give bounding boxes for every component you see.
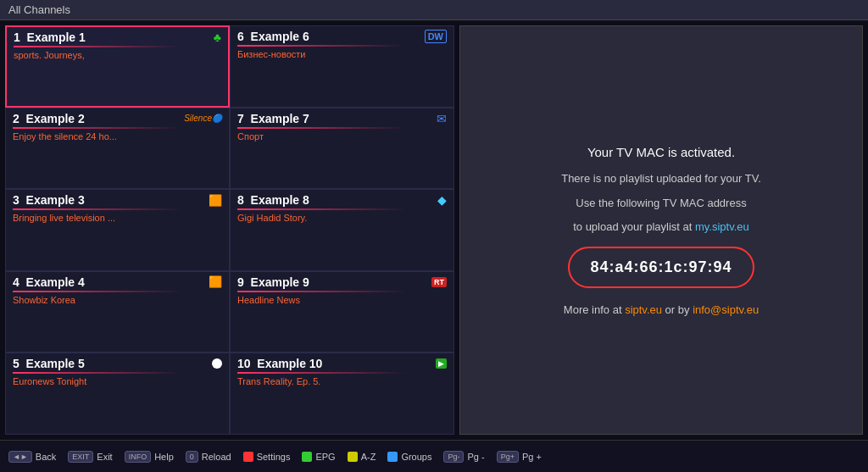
instruction-line1: Use the following TV MAC address: [561, 193, 761, 213]
channel-item-3[interactable]: 3 Example 3 🟧 Bringing live television .…: [5, 189, 230, 271]
reload-button[interactable]: 0 Reload: [186, 451, 231, 463]
channel-header: 1 Example 1 ♣: [14, 31, 221, 44]
circle-icon: [212, 358, 222, 369]
info-panel: Your TV MAC is activated. There is no pl…: [459, 25, 863, 435]
pg-plus-key-icon: Pg+: [497, 451, 519, 463]
siptv-link[interactable]: siptv.eu: [625, 303, 662, 316]
title-bar: All Channels: [0, 0, 868, 20]
mac-activated-text: Your TV MAC is activated.: [561, 141, 761, 164]
instruction-line2: to upload your playlist at my.siptv.eu: [561, 217, 761, 236]
channel-desc: Showbiz Korea: [13, 295, 222, 305]
settings-button[interactable]: Settings: [243, 452, 291, 462]
channel-divider: [237, 45, 405, 47]
channel-name: 8 Example 8: [237, 193, 309, 207]
channel-item-10[interactable]: 10 Example 10 ▶ Trans Reality. Ep. 5.: [230, 353, 454, 435]
exit-key-icon: EXIT: [68, 451, 93, 463]
channel-item-1[interactable]: 1 Example 1 ♣ sports. Journeys,: [5, 25, 230, 108]
az-dot-icon: [348, 452, 358, 462]
back-button[interactable]: ◄► Back: [8, 451, 56, 463]
groups-button[interactable]: Groups: [387, 452, 431, 462]
bottom-bar: ◄► Back EXIT Exit INFO Help 0 Reload Set…: [0, 440, 868, 472]
channel-name: 9 Example 9: [237, 275, 309, 289]
channel-divider: [13, 208, 181, 210]
channel-desc: Спорт: [237, 131, 447, 142]
channel-name: 6 Example 6: [237, 30, 309, 43]
channel-header: 7 Example 7 ✉: [237, 112, 447, 125]
my-siptv-link[interactable]: my.siptv.eu: [695, 220, 749, 233]
channel-header: 6 Example 6 DW: [237, 30, 447, 43]
channels-grid: 1 Example 1 ♣ sports. Journeys, 6 Exampl…: [5, 25, 454, 435]
channel-item-6[interactable]: 6 Example 6 DW Бизнес-новости: [230, 25, 454, 108]
channel-divider: [13, 372, 181, 374]
channel-divider: [237, 127, 405, 129]
orange-sq-icon: 🟧: [209, 194, 222, 207]
more-info-text: More info at siptv.eu or by info@siptv.e…: [561, 300, 761, 319]
channel-header: 3 Example 3 🟧: [13, 193, 222, 207]
channel-name: 3 Example 3: [13, 193, 85, 207]
channel-header: 4 Example 4 🟧: [13, 275, 222, 289]
pg-minus-key-icon: Pg-: [443, 451, 464, 463]
channel-desc: Бизнес-новости: [237, 49, 447, 59]
pg-plus-button[interactable]: Pg+ Pg +: [497, 451, 542, 463]
channel-item-9[interactable]: 9 Example 9 RT Headline News: [230, 271, 454, 353]
channel-item-5[interactable]: 5 Example 5 Euronews Tonight: [5, 353, 230, 435]
back-key-icon: ◄►: [8, 451, 32, 463]
rt-icon: RT: [431, 277, 447, 287]
pg-minus-button[interactable]: Pg- Pg -: [443, 451, 484, 463]
channel-item-2[interactable]: 2 Example 2 Silence🔵 Enjoy the silence 2…: [5, 108, 230, 190]
channel-desc: Trans Reality. Ep. 5.: [237, 376, 447, 386]
channel-desc: sports. Journeys,: [14, 50, 221, 60]
silence-icon: Silence🔵: [184, 114, 222, 123]
clover-icon: ♣: [214, 31, 221, 44]
channel-divider: [237, 208, 405, 210]
channel-header: 2 Example 2 Silence🔵: [13, 112, 222, 125]
channel-name: 5 Example 5: [13, 357, 85, 370]
channel-header: 5 Example 5: [13, 357, 222, 370]
diamond-icon: ◆: [437, 193, 447, 207]
info-content: Your TV MAC is activated. There is no pl…: [561, 141, 761, 319]
channel-item-4[interactable]: 4 Example 4 🟧 Showbiz Korea: [5, 271, 230, 353]
channel-name: 1 Example 1: [14, 31, 86, 44]
help-button[interactable]: INFO Help: [125, 451, 174, 463]
reload-key-icon: 0: [186, 451, 198, 463]
channel-header: 8 Example 8 ◆: [237, 193, 447, 207]
channel-desc: Headline News: [237, 295, 447, 305]
channel-divider: [13, 291, 181, 292]
main-content: 1 Example 1 ♣ sports. Journeys, 6 Exampl…: [0, 20, 868, 440]
orange-sq-icon: 🟧: [209, 275, 222, 288]
info-key-icon: INFO: [125, 451, 152, 463]
channel-desc: Bringing live television ...: [13, 213, 222, 223]
dw-icon: DW: [425, 30, 447, 43]
settings-dot-icon: [243, 452, 253, 462]
groups-dot-icon: [387, 452, 398, 462]
channel-name: 10 Example 10: [237, 357, 322, 370]
channel-header: 10 Example 10 ▶: [237, 357, 447, 370]
channel-desc: Gigi Hadid Story.: [237, 213, 447, 223]
email-link[interactable]: info@siptv.eu: [693, 303, 759, 316]
channel-header: 9 Example 9 RT: [237, 275, 447, 289]
exit-button[interactable]: EXIT Exit: [68, 451, 112, 463]
channel-desc: Enjoy the silence 24 ho...: [13, 131, 222, 142]
channel-divider: [237, 372, 405, 374]
no-playlist-text: There is no playlist uploaded for your T…: [561, 169, 761, 188]
epg-button[interactable]: EPG: [302, 452, 335, 462]
green-box-icon: ▶: [436, 358, 447, 369]
az-button[interactable]: A-Z: [348, 452, 376, 462]
channel-name: 4 Example 4: [13, 275, 85, 289]
mac-address: 84:a4:66:1c:97:94: [568, 247, 754, 287]
channel-divider: [13, 127, 181, 129]
channel-name: 7 Example 7: [237, 112, 309, 125]
channel-divider: [237, 291, 405, 292]
channel-item-7[interactable]: 7 Example 7 ✉ Спорт: [230, 108, 454, 190]
channel-name: 2 Example 2: [13, 112, 85, 125]
title-text: All Channels: [8, 3, 70, 16]
channel-desc: Euronews Tonight: [13, 376, 222, 386]
channel-divider: [14, 46, 180, 47]
epg-dot-icon: [302, 452, 312, 462]
env-icon: ✉: [437, 112, 447, 125]
channel-item-8[interactable]: 8 Example 8 ◆ Gigi Hadid Story.: [230, 189, 454, 271]
